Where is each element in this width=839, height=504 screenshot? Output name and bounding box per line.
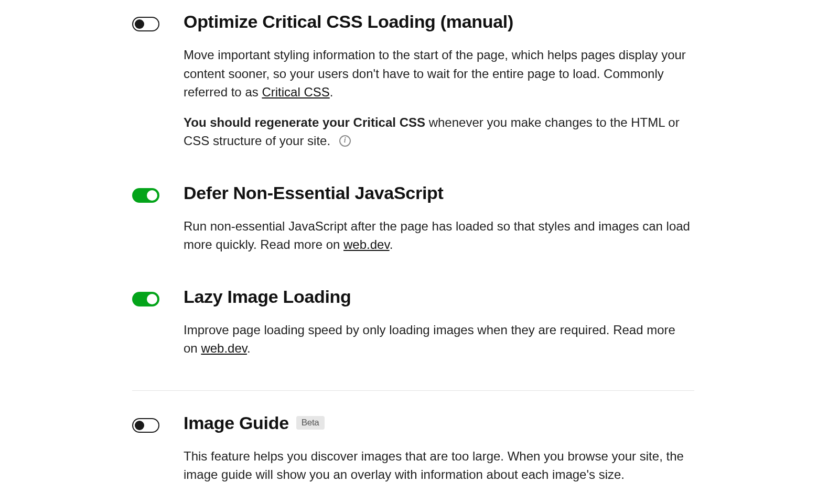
toggle-critical-css[interactable] bbox=[132, 17, 159, 31]
setting-title-critical-css: Optimize Critical CSS Loading (manual) bbox=[184, 12, 697, 32]
link-webdev-lazy[interactable]: web.dev bbox=[201, 341, 247, 355]
setting-title-defer-js: Defer Non-Essential JavaScript bbox=[184, 183, 697, 203]
link-webdev-defer[interactable]: web.dev bbox=[343, 237, 390, 251]
setting-title-image-guide: Image Guide Beta bbox=[184, 413, 697, 433]
section-divider bbox=[132, 390, 694, 391]
toggle-image-guide[interactable] bbox=[132, 418, 159, 433]
setting-defer-js: Defer Non-Essential JavaScript Run non-e… bbox=[0, 183, 839, 254]
setting-desc-critical-css-1: Move important styling information to th… bbox=[184, 46, 692, 102]
setting-desc-defer-js: Run non-essential JavaScript after the p… bbox=[184, 217, 692, 254]
toggle-defer-js[interactable] bbox=[132, 188, 159, 203]
setting-desc-lazy-images: Improve page loading speed by only loadi… bbox=[184, 321, 692, 358]
setting-critical-css: Optimize Critical CSS Loading (manual) M… bbox=[0, 12, 839, 150]
beta-badge: Beta bbox=[296, 416, 325, 430]
setting-desc-image-guide: This feature helps you discover images t… bbox=[184, 447, 692, 484]
info-icon[interactable]: i bbox=[339, 135, 351, 147]
setting-title-lazy-images: Lazy Image Loading bbox=[184, 287, 697, 307]
setting-lazy-images: Lazy Image Loading Improve page loading … bbox=[0, 287, 839, 358]
setting-image-guide: Image Guide Beta This feature helps you … bbox=[0, 413, 839, 484]
link-critical-css[interactable]: Critical CSS bbox=[262, 85, 329, 99]
toggle-lazy-images[interactable] bbox=[132, 292, 159, 306]
setting-desc-critical-css-2: You should regenerate your Critical CSS … bbox=[184, 113, 692, 150]
